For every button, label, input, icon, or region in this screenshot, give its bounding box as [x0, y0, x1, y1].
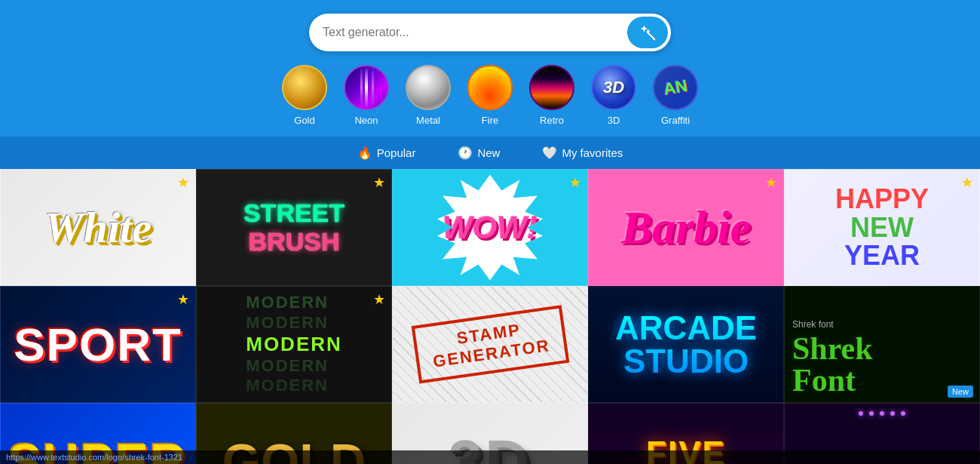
list-item[interactable]: ★ SPORT: [0, 286, 196, 403]
style-preview-text: WOW!: [443, 210, 537, 246]
search-input[interactable]: [309, 17, 624, 48]
style-retro[interactable]: Retro: [529, 65, 574, 126]
magic-wand-icon: [639, 24, 656, 41]
style-3d[interactable]: 3D 3D: [591, 65, 636, 126]
style-gold[interactable]: Gold: [282, 65, 327, 126]
style-preview-text: SPORT: [14, 318, 182, 371]
nav-bar: 🔥 Popular 🕐 New 🤍 My favorites: [0, 137, 980, 169]
style-categories: Gold Neon Metal Fire Retro 3D 3D: [282, 65, 698, 126]
new-badge: New: [948, 386, 973, 398]
nav-popular-label: Popular: [377, 146, 416, 159]
list-item[interactable]: ★ STREET BRUSH: [196, 169, 392, 286]
star-badge: ★: [961, 174, 973, 191]
retro-label: Retro: [540, 115, 564, 126]
search-button[interactable]: [627, 17, 668, 48]
style-graffiti[interactable]: AN Graffiti: [653, 65, 698, 126]
list-item[interactable]: ★ Barbie: [588, 169, 784, 286]
clock-icon: 🕐: [458, 146, 473, 160]
list-item[interactable]: Shrek font ShrekFont New: [784, 286, 980, 403]
style-metal[interactable]: Metal: [406, 65, 451, 126]
star-badge: ★: [373, 174, 385, 191]
3d-label: 3D: [608, 115, 620, 126]
nav-favorites[interactable]: 🤍 My favorites: [536, 143, 629, 163]
star-badge: ★: [373, 291, 385, 308]
style-preview-text: STREET BRUSH: [243, 199, 345, 256]
heart-icon: 🤍: [542, 146, 557, 160]
graffiti-label: Graffiti: [661, 115, 690, 126]
style-preview-text: STAMPGENERATOR: [429, 316, 551, 372]
graffiti-icon-text: AN: [662, 75, 689, 99]
list-item[interactable]: ★ White: [0, 169, 196, 286]
style-preview-text: MODERN MODERN MODERN MODERN MODERN: [246, 293, 342, 396]
flame-icon: 🔥: [357, 146, 372, 160]
wow-burst-shape: WOW!: [437, 175, 543, 281]
nav-popular[interactable]: 🔥 Popular: [351, 143, 422, 163]
3d-icon: 3D: [591, 65, 636, 110]
style-preview-text: ARCADESTUDIO: [615, 312, 757, 378]
style-neon[interactable]: Neon: [344, 65, 389, 126]
nav-favorites-label: My favorites: [562, 146, 623, 159]
gold-icon: [282, 65, 327, 110]
star-badge: ★: [569, 174, 581, 191]
style-preview-text: ShrekFont: [792, 333, 873, 396]
list-item[interactable]: ★ MODERN MODERN MODERN MODERN MODERN: [196, 286, 392, 403]
status-url: https://www.textstudio.com/logo/shrek-fo…: [6, 453, 182, 462]
list-item[interactable]: STAMPGENERATOR: [392, 286, 588, 403]
svg-line-0: [648, 32, 654, 39]
gold-label: Gold: [294, 115, 314, 126]
star-badge: ★: [177, 291, 189, 308]
3d-icon-text: 3D: [603, 78, 624, 97]
list-item[interactable]: ★ WOW!: [392, 169, 588, 286]
graffiti-icon: AN: [653, 65, 698, 110]
stamp-preview: STAMPGENERATOR: [411, 306, 568, 384]
list-item[interactable]: ★ HAPPY NEW YEAR: [784, 169, 980, 286]
retro-icon: [529, 65, 574, 110]
fire-icon: [467, 65, 513, 110]
search-bar: [309, 14, 671, 51]
status-bar: https://www.textstudio.com/logo/shrek-fo…: [0, 450, 980, 464]
style-fire[interactable]: Fire: [467, 65, 513, 126]
nav-new-label: New: [477, 146, 500, 159]
style-preview-text: Barbie: [621, 201, 751, 254]
star-badge: ★: [177, 174, 189, 191]
nav-new[interactable]: 🕐 New: [452, 143, 506, 163]
sparkle-particles: [785, 411, 979, 416]
metal-label: Metal: [416, 115, 440, 126]
fire-label: Fire: [482, 115, 498, 126]
list-item[interactable]: ARCADESTUDIO: [588, 286, 784, 403]
style-preview-text: HAPPY NEW YEAR: [835, 185, 929, 270]
shrek-label: Shrek font: [792, 319, 834, 330]
style-preview-text: White: [44, 202, 152, 253]
neon-label: Neon: [354, 115, 378, 126]
star-badge: ★: [765, 174, 777, 191]
styles-grid: ★ White ★ STREET BRUSH ★ WOW! ★ Barbie ★…: [0, 169, 980, 464]
metal-icon: [406, 65, 451, 110]
neon-icon: [344, 65, 389, 110]
header: Gold Neon Metal Fire Retro 3D 3D: [0, 0, 980, 137]
